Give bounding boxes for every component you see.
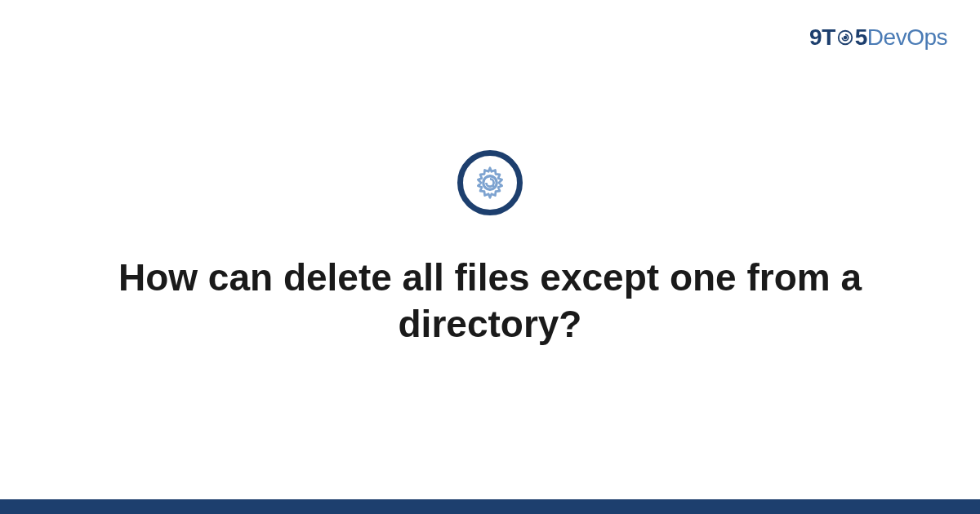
question-headline: How can delete all files except one from… [82,255,898,348]
svg-point-3 [492,184,494,187]
gear-circle-icon [457,150,523,215]
main-content: How can delete all files except one from… [0,0,980,514]
footer-bar [0,499,980,514]
